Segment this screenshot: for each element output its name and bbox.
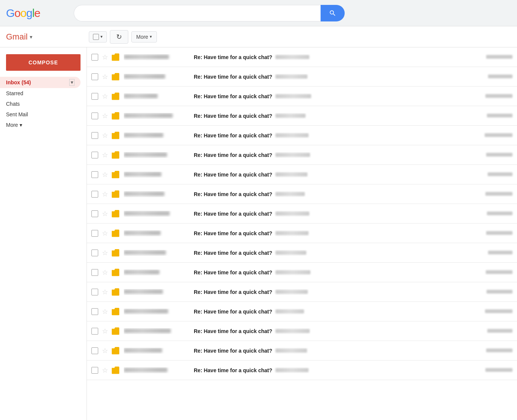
email-subject: Re: Have time for a quick chat? <box>194 152 482 158</box>
sender-name <box>124 74 188 80</box>
sidebar-item-inbox[interactable]: Inbox (54) ▾ <box>0 77 81 88</box>
sender-name <box>124 367 188 373</box>
search-button[interactable] <box>321 5 345 21</box>
sidebar-item-more[interactable]: More ▾ <box>0 120 81 130</box>
row-checkbox[interactable] <box>91 113 98 119</box>
checkbox-icon <box>93 34 99 40</box>
search-input[interactable] <box>74 5 321 21</box>
sender-name <box>124 152 188 158</box>
sidebar-item-starred[interactable]: Starred <box>0 88 81 99</box>
row-checkbox[interactable] <box>91 289 98 295</box>
email-time <box>482 74 512 79</box>
table-row[interactable]: ☆ Re: Have time for a quick chat? <box>87 184 517 204</box>
sender-name <box>124 269 188 275</box>
refresh-icon: ↻ <box>116 33 122 41</box>
row-checkbox[interactable] <box>91 250 98 256</box>
table-row[interactable]: ☆ Re: Have time for a quick chat? <box>87 302 517 321</box>
row-checkbox[interactable] <box>91 191 98 198</box>
sender-name <box>124 211 188 217</box>
table-row[interactable]: ☆ Re: Have time for a quick chat? <box>87 361 517 380</box>
row-checkbox[interactable] <box>91 328 98 335</box>
email-subject: Re: Have time for a quick chat? <box>194 289 482 295</box>
logo-e: e <box>34 7 40 20</box>
table-row[interactable]: ☆ Re: Have time for a quick chat? <box>87 321 517 341</box>
sidebar-item-chats[interactable]: Chats <box>0 99 81 109</box>
table-row[interactable]: ☆ Re: Have time for a quick chat? <box>87 263 517 282</box>
star-icon[interactable]: ☆ <box>102 210 108 218</box>
subject-text: Re: Have time for a quick chat? <box>194 191 272 197</box>
star-icon[interactable]: ☆ <box>102 249 108 257</box>
email-time <box>482 329 512 334</box>
table-row[interactable]: ☆ Re: Have time for a quick chat? <box>87 145 517 165</box>
email-time <box>482 211 512 216</box>
star-icon[interactable]: ☆ <box>102 112 108 120</box>
star-icon[interactable]: ☆ <box>102 268 108 277</box>
row-checkbox[interactable] <box>91 367 98 374</box>
star-icon[interactable]: ☆ <box>102 366 108 374</box>
chats-label: Chats <box>6 101 20 107</box>
email-subject: Re: Have time for a quick chat? <box>194 250 482 256</box>
subject-text: Re: Have time for a quick chat? <box>194 113 272 119</box>
folder-icon <box>112 230 119 237</box>
folder-icon <box>112 367 119 374</box>
compose-button[interactable]: COMPOSE <box>6 54 81 71</box>
folder-icon <box>112 288 119 296</box>
table-row[interactable]: ☆ Re: Have time for a quick chat? <box>87 282 517 302</box>
gmail-label[interactable]: Gmail ▾ <box>6 32 89 42</box>
row-checkbox[interactable] <box>91 269 98 276</box>
email-time <box>482 172 512 177</box>
subject-text: Re: Have time for a quick chat? <box>194 152 272 158</box>
table-row[interactable]: ☆ Re: Have time for a quick chat? <box>87 106 517 126</box>
folder-icon <box>112 269 119 276</box>
row-checkbox[interactable] <box>91 152 98 158</box>
subject-text: Re: Have time for a quick chat? <box>194 54 272 60</box>
row-checkbox[interactable] <box>91 210 98 217</box>
table-row[interactable]: ☆ Re: Have time for a quick chat? <box>87 341 517 361</box>
email-subject: Re: Have time for a quick chat? <box>194 348 482 354</box>
star-icon[interactable]: ☆ <box>102 131 108 140</box>
table-row[interactable]: ☆ Re: Have time for a quick chat? <box>87 243 517 263</box>
table-row[interactable]: ☆ Re: Have time for a quick chat? <box>87 224 517 243</box>
subject-text: Re: Have time for a quick chat? <box>194 172 272 178</box>
table-row[interactable]: ☆ Re: Have time for a quick chat? <box>87 87 517 106</box>
star-icon[interactable]: ☆ <box>102 307 108 316</box>
star-icon[interactable]: ☆ <box>102 170 108 179</box>
star-icon[interactable]: ☆ <box>102 73 108 81</box>
table-row[interactable]: ☆ Re: Have time for a quick chat? <box>87 47 517 67</box>
folder-icon <box>112 171 119 178</box>
row-checkbox[interactable] <box>91 93 98 100</box>
star-icon[interactable]: ☆ <box>102 347 108 355</box>
email-time <box>482 152 512 158</box>
logo-g: G <box>6 7 14 20</box>
table-row[interactable]: ☆ Re: Have time for a quick chat? <box>87 126 517 145</box>
folder-icon <box>112 249 119 257</box>
row-checkbox[interactable] <box>91 54 98 61</box>
table-row[interactable]: ☆ Re: Have time for a quick chat? <box>87 204 517 224</box>
refresh-button[interactable]: ↻ <box>110 30 128 44</box>
row-checkbox[interactable] <box>91 230 98 237</box>
row-checkbox[interactable] <box>91 73 98 80</box>
sidebar: COMPOSE Inbox (54) ▾ Starred Chats Sent … <box>0 47 87 420</box>
row-checkbox[interactable] <box>91 171 98 178</box>
star-icon[interactable]: ☆ <box>102 53 108 61</box>
folder-icon <box>112 347 119 355</box>
table-row[interactable]: ☆ Re: Have time for a quick chat? <box>87 165 517 184</box>
email-subject: Re: Have time for a quick chat? <box>194 74 482 80</box>
star-icon[interactable]: ☆ <box>102 190 108 198</box>
sidebar-item-sent[interactable]: Sent Mail <box>0 109 81 120</box>
select-button[interactable]: ▾ <box>89 31 107 43</box>
star-icon[interactable]: ☆ <box>102 288 108 296</box>
subject-text: Re: Have time for a quick chat? <box>194 93 272 99</box>
row-checkbox[interactable] <box>91 308 98 315</box>
table-row[interactable]: ☆ Re: Have time for a quick chat? <box>87 67 517 87</box>
star-icon[interactable]: ☆ <box>102 229 108 237</box>
more-button[interactable]: More ▾ <box>131 31 157 43</box>
subject-text: Re: Have time for a quick chat? <box>194 250 272 256</box>
search-icon <box>329 9 336 17</box>
sender-name <box>124 93 188 99</box>
row-checkbox[interactable] <box>91 347 98 354</box>
row-checkbox[interactable] <box>91 132 98 139</box>
star-icon[interactable]: ☆ <box>102 327 108 335</box>
star-icon[interactable]: ☆ <box>102 151 108 159</box>
star-icon[interactable]: ☆ <box>102 92 108 100</box>
